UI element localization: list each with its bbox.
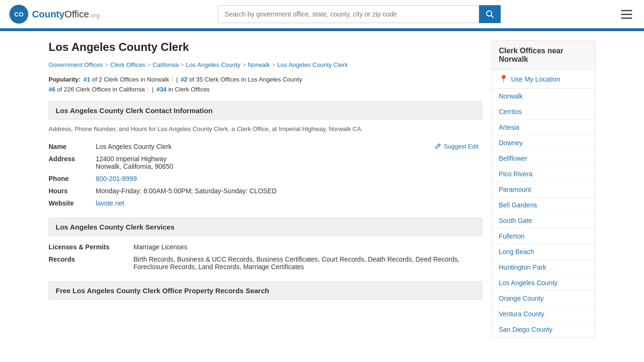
logo-text: CountyOffice.org [32,9,99,20]
sidebar-link-south-gate[interactable]: South Gate [492,213,595,228]
address-label: Address [49,153,96,173]
svg-line-3 [491,16,493,18]
services-table: Licenses & Permits Marriage Licenses Rec… [49,241,482,273]
sidebar-title: Clerk Offices near Norwalk [492,41,595,70]
content-area: Los Angeles County Clerk Government Offi… [49,41,482,337]
search-area [218,5,501,23]
contact-description: Address, Phone Number, and Hours for Los… [49,124,482,134]
property-section-header: Free Los Angeles County Clerk Office Pro… [49,281,482,300]
popularity-item: #6 of 226 Clerk Offices in California [49,86,145,93]
popularity-item: #2 of 35 Clerk Offices in Los Angeles Co… [181,76,302,83]
sidebar-link-long-beach[interactable]: Long Beach [492,244,595,259]
popularity-row-2: #6 of 226 Clerk Offices in California | … [49,86,482,93]
sidebar-link-artesia[interactable]: Artesia [492,120,595,135]
list-item: South Gate [492,213,595,229]
breadcrumb-link[interactable]: Government Offices [49,61,103,68]
hours-label: Hours [49,185,96,197]
table-row: Records Birth Records, Business & UCC Re… [49,253,482,273]
sidebar-link-pico-rivera[interactable]: Pico Rivera [492,166,595,181]
hamburger-line [621,17,632,19]
records-label: Records [49,253,133,273]
hamburger-line [621,10,632,11]
logo-icon: CO [9,5,28,24]
list-item: Artesia [492,120,595,135]
list-item: Downey [492,135,595,151]
licenses-value: Marriage Licenses [133,241,482,253]
sidebar: Clerk Offices near Norwalk 📍 Use My Loca… [492,41,595,337]
popularity-item: | [172,76,178,83]
licenses-label: Licenses & Permits [49,241,133,253]
sidebar-link-paramount[interactable]: Paramount [492,182,595,197]
hamburger-menu-button[interactable] [619,8,635,21]
list-item: Orange County [492,291,595,306]
list-item: Cerritos [492,104,595,120]
breadcrumb-link[interactable]: Norwalk [248,61,270,68]
list-item: Fullerton [492,229,595,244]
popularity-item: #1 of 2 Clerk Offices in Norwalk [83,76,169,83]
sidebar-link-bell-gardens[interactable]: Bell Gardens [492,197,595,213]
popularity-label: Popularity: [49,76,81,83]
sidebar-link-norwalk[interactable]: Norwalk [492,89,595,104]
list-item: Los Angeles County [492,275,595,291]
hamburger-line [621,14,632,15]
sidebar-links-list: Norwalk Cerritos Artesia Downey Bellflow… [492,89,595,337]
table-row: Name Los Angeles County Clerk Suggest Ed… [49,140,482,153]
hours-value: Monday-Friday: 8:00AM-5:00PM; Saturday-S… [96,185,482,197]
phone-value: 800-201-8999 [96,173,482,185]
sidebar-link-fullerton[interactable]: Fullerton [492,229,595,244]
use-location-label: Use My Location [511,75,560,83]
breadcrumb-link[interactable]: California [153,61,179,68]
table-row: Licenses & Permits Marriage Licenses [49,241,482,253]
list-item: Norwalk [492,89,595,104]
location-pin-icon: 📍 [499,74,508,83]
main-container: Los Angeles County Clerk Government Offi… [39,31,605,347]
services-section-header: Los Angeles County Clerk Services [49,218,482,236]
table-row: Website lavote.net [49,197,482,209]
records-value: Birth Records, Business & UCC Records, B… [133,253,482,273]
sidebar-link-los-angeles-county[interactable]: Los Angeles County [492,275,595,290]
table-row: Phone 800-201-8999 [49,173,482,185]
breadcrumb-link[interactable]: Clerk Offices [110,61,145,68]
table-row: Hours Monday-Friday: 8:00AM-5:00PM; Satu… [49,185,482,197]
list-item: San Diego County [492,322,595,337]
list-item: Long Beach [492,244,595,260]
breadcrumb-link[interactable]: Los Angeles County Clerk [277,61,348,68]
breadcrumb-link[interactable]: Los Angeles County [186,61,240,68]
list-item: Pico Rivera [492,166,595,182]
breadcrumb: Government Offices > Clerk Offices > Cal… [49,61,482,68]
contact-section-header: Los Angeles County Clerk Contact Informa… [49,101,482,120]
list-item: Paramount [492,182,595,197]
sidebar-link-huntington-park[interactable]: Huntington Park [492,260,595,275]
table-row: Address 12400 Imperial Highway Norwalk, … [49,153,482,173]
suggest-edit-link[interactable]: Suggest Edit [435,143,479,150]
sidebar-link-cerritos[interactable]: Cerritos [492,104,595,119]
list-item: Ventura County [492,306,595,322]
name-label: Name [49,140,96,153]
use-location-link[interactable]: 📍 Use My Location [492,70,595,89]
website-value: lavote.net [96,197,482,209]
suggest-edit-icon [435,143,441,149]
website-link[interactable]: lavote.net [96,199,124,207]
sidebar-link-ventura-county[interactable]: Ventura County [492,306,595,321]
list-item: Bell Gardens [492,197,595,213]
svg-line-4 [438,145,440,146]
sidebar-link-bellflower[interactable]: Bellflower [492,151,595,166]
name-value: Los Angeles County Clerk Suggest Edit [96,140,482,153]
sidebar-link-downey[interactable]: Downey [492,135,595,150]
popularity-item: | [148,86,153,93]
page-title: Los Angeles County Clerk [49,41,482,54]
address-value: 12400 Imperial Highway Norwalk, Californ… [96,153,482,173]
popularity-item: #34 in Clerk Offices [157,86,210,93]
search-input[interactable] [218,5,479,23]
list-item: Huntington Park [492,260,595,275]
popularity-row: Popularity: #1 of 2 Clerk Offices in Nor… [49,76,482,83]
search-button[interactable] [479,5,501,23]
logo-area: CO CountyOffice.org [9,5,99,24]
phone-label: Phone [49,173,96,185]
sidebar-link-orange-county[interactable]: Orange County [492,291,595,306]
contact-info-table: Name Los Angeles County Clerk Suggest Ed… [49,140,482,209]
svg-text:CO: CO [14,11,24,18]
phone-link[interactable]: 800-201-8999 [96,175,137,182]
list-item: Bellflower [492,151,595,166]
sidebar-link-san-diego-county[interactable]: San Diego County [492,322,595,337]
